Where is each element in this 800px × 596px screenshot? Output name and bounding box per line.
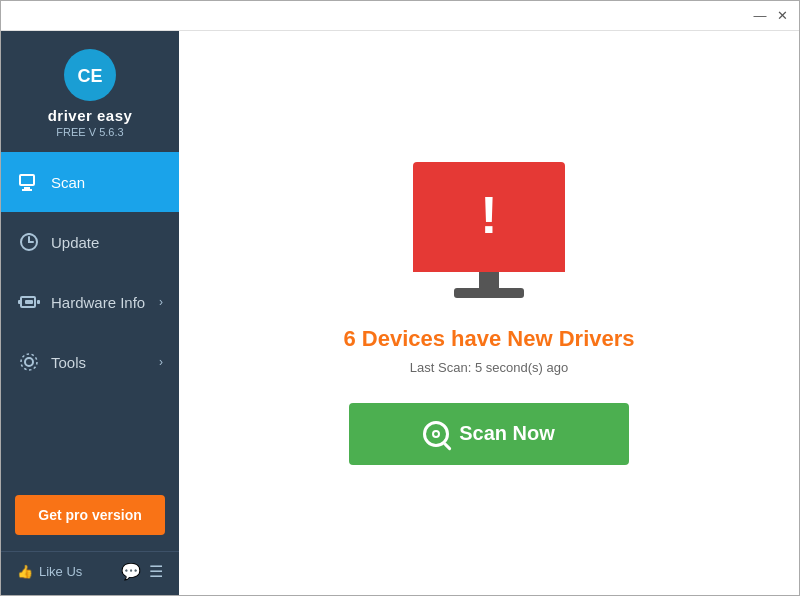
svg-point-10 — [25, 358, 33, 366]
sidebar-item-tools-label: Tools — [51, 354, 159, 371]
minimize-button[interactable]: — — [751, 7, 769, 25]
footer-icons: 💬 ☰ — [121, 562, 163, 581]
hardware-info-arrow-icon: › — [159, 295, 163, 309]
get-pro-button[interactable]: Get pro version — [15, 495, 165, 535]
monitor-alert-background: ! — [413, 162, 565, 272]
alert-exclamation-icon: ! — [480, 189, 497, 241]
sidebar-footer: 👍 Like Us 💬 ☰ — [1, 551, 179, 595]
svg-rect-8 — [37, 300, 40, 304]
close-button[interactable]: ✕ — [773, 7, 791, 25]
app-logo-icon: CE — [64, 49, 116, 101]
devices-title: 6 Devices have New Drivers — [343, 326, 634, 352]
last-scan-text: Last Scan: 5 second(s) ago — [410, 360, 568, 375]
title-bar: — ✕ — [1, 1, 799, 31]
sidebar-item-update-label: Update — [51, 234, 163, 251]
svg-rect-3 — [24, 187, 30, 189]
sidebar-item-hardware-info[interactable]: Hardware Info › — [1, 272, 179, 332]
main-content: ! 6 Devices have New Drivers Last Scan: … — [179, 31, 799, 595]
sidebar-item-hardware-info-label: Hardware Info — [51, 294, 159, 311]
update-nav-icon — [17, 230, 41, 254]
svg-rect-4 — [22, 189, 32, 191]
scan-nav-icon — [17, 170, 41, 194]
app-version: FREE V 5.6.3 — [56, 126, 123, 138]
monitor-stand-base — [454, 288, 524, 298]
scan-now-button[interactable]: Scan Now — [349, 403, 629, 465]
sidebar-item-scan[interactable]: Scan — [1, 152, 179, 212]
tools-nav-icon — [17, 350, 41, 374]
menu-icon[interactable]: ☰ — [149, 562, 163, 581]
svg-rect-9 — [25, 300, 33, 304]
svg-rect-7 — [18, 300, 21, 304]
monitor-graphic: ! — [413, 162, 565, 298]
monitor-stand-neck — [479, 272, 499, 288]
sidebar-item-scan-label: Scan — [51, 174, 163, 191]
nav-items: Scan Update — [1, 152, 179, 485]
scan-search-icon — [423, 421, 449, 447]
chat-icon[interactable]: 💬 — [121, 562, 141, 581]
svg-text:CE: CE — [77, 66, 102, 86]
scan-now-label: Scan Now — [459, 422, 555, 445]
app-body: CE driver easy FREE V 5.6.3 Scan — [1, 31, 799, 595]
thumbs-up-icon: 👍 — [17, 564, 33, 579]
hardware-info-nav-icon — [17, 290, 41, 314]
like-us-label: Like Us — [39, 564, 82, 579]
scan-search-inner-circle — [432, 430, 440, 438]
app-name: driver easy — [48, 107, 133, 124]
svg-point-11 — [21, 354, 37, 370]
sidebar: CE driver easy FREE V 5.6.3 Scan — [1, 31, 179, 595]
sidebar-item-tools[interactable]: Tools › — [1, 332, 179, 392]
like-us-section[interactable]: 👍 Like Us — [17, 564, 82, 579]
logo-section: CE driver easy FREE V 5.6.3 — [1, 31, 179, 152]
sidebar-item-update[interactable]: Update — [1, 212, 179, 272]
svg-rect-2 — [20, 175, 34, 185]
monitor-screen: ! — [413, 162, 565, 272]
tools-arrow-icon: › — [159, 355, 163, 369]
